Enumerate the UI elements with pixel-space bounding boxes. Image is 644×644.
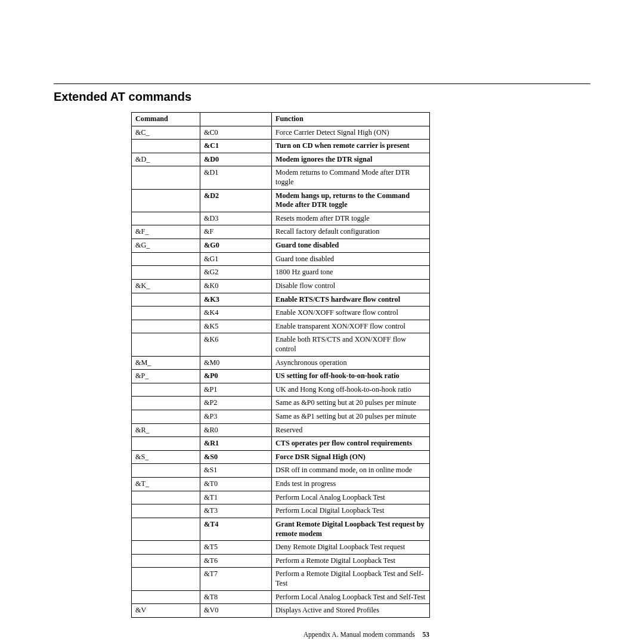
cell-command-group (132, 464, 200, 478)
cell-command: &S1 (200, 464, 272, 478)
table-row: &D_&D0Modem ignores the DTR signal (132, 153, 430, 166)
cell-command: &T6 (200, 554, 272, 568)
cell-command: &K4 (200, 306, 272, 320)
table-row: &T8Perform Local Analog Loopback Test an… (132, 590, 430, 604)
page: Extended AT commands Command Function &C… (0, 0, 644, 644)
table-row: &T5Deny Remote Digital Loopback Test req… (132, 541, 430, 555)
cell-command: &D2 (200, 189, 272, 212)
cell-command-group (132, 293, 200, 306)
cell-function: DSR off in command mode, on in online mo… (272, 464, 430, 478)
page-number: 53 (423, 631, 430, 638)
cell-function: Perform Local Analog Loopback Test and S… (272, 590, 430, 604)
cell-function: Force Carrier Detect Signal High (ON) (272, 126, 430, 140)
table-row: &K5Enable transparent XON/XOFF flow cont… (132, 320, 430, 333)
cell-command: &P0 (200, 370, 272, 383)
table-row: &P1UK and Hong Kong off-hook-to-on-hook … (132, 383, 430, 397)
table-row: &R1CTS operates per flow control require… (132, 437, 430, 451)
table-row: &T4Grant Remote Digital Loopback Test re… (132, 518, 430, 540)
cell-command-group: &S_ (132, 450, 200, 464)
cell-function: Enable XON/XOFF software flow control (272, 306, 430, 320)
cell-command-group: &D_ (132, 153, 200, 166)
cell-command-group: &T_ (132, 478, 200, 491)
cell-command: &T3 (200, 504, 272, 518)
table-row: &M_&M0Asynchronous operation (132, 356, 430, 370)
cell-command: &K3 (200, 293, 272, 306)
cell-command-group (132, 306, 200, 320)
cell-command: &F (200, 225, 272, 239)
cell-command: &D3 (200, 212, 272, 225)
cell-command: &C1 (200, 140, 272, 153)
cell-command-group (132, 504, 200, 518)
table-row: &F_&FRecall factory default configuratio… (132, 225, 430, 239)
rule-top (54, 83, 590, 84)
cell-command: &T8 (200, 590, 272, 604)
cell-command-group: &V (132, 604, 200, 618)
cell-command-group: &G_ (132, 239, 200, 253)
header-function: Function (272, 113, 430, 126)
cell-function: Asynchronous operation (272, 356, 430, 370)
cell-command-group (132, 410, 200, 424)
cell-function: Guard tone disabled (272, 239, 430, 253)
table-row: &K6Enable both RTS/CTS and XON/XOFF flow… (132, 333, 430, 356)
cell-command-group: &M_ (132, 356, 200, 370)
cell-function: Perform a Remote Digital Loopback Test (272, 554, 430, 568)
cell-command-group: &C_ (132, 126, 200, 140)
table-row: &P2Same as &P0 setting but at 20 pulses … (132, 397, 430, 410)
cell-command-group (132, 568, 200, 590)
cell-function: CTS operates per flow control requiremen… (272, 437, 430, 451)
cell-function: Reserved (272, 423, 430, 437)
section-title: Extended AT commands (54, 90, 590, 104)
cell-function: UK and Hong Kong off-hook-to-on-hook rat… (272, 383, 430, 397)
cell-function: Modem ignores the DTR signal (272, 153, 430, 166)
cell-function: Enable both RTS/CTS and XON/XOFF flow co… (272, 333, 430, 356)
cell-command-group (132, 333, 200, 356)
cell-command: &K5 (200, 320, 272, 333)
cell-function: Deny Remote Digital Loopback Test reques… (272, 541, 430, 555)
cell-command-group (132, 541, 200, 555)
cell-command-group (132, 252, 200, 266)
cell-command-group: &F_ (132, 225, 200, 239)
table-row: &G21800 Hz guard tone (132, 266, 430, 280)
cell-function: Ends test in progress (272, 478, 430, 491)
cell-function: 1800 Hz guard tone (272, 266, 430, 280)
table-row: &R_&R0Reserved (132, 423, 430, 437)
cell-command: &P1 (200, 383, 272, 397)
table-row: &G_&G0Guard tone disabled (132, 239, 430, 253)
footer-text: Appendix A. Manual modem commands (304, 631, 415, 638)
cell-command: &T1 (200, 491, 272, 504)
header-command: Command (132, 113, 200, 126)
cell-command: &T0 (200, 478, 272, 491)
cell-command: &P2 (200, 397, 272, 410)
cell-function: Same as &P0 setting but at 20 pulses per… (272, 397, 430, 410)
cell-function: Grant Remote Digital Loopback Test reque… (272, 518, 430, 540)
table-row: &D2Modem hangs up, returns to the Comman… (132, 189, 430, 212)
table-row: &S1DSR off in command mode, on in online… (132, 464, 430, 478)
cell-function: Perform Local Analog Loopback Test (272, 491, 430, 504)
cell-function: Modem returns to Command Mode after DTR … (272, 166, 430, 189)
cell-function: Enable RTS/CTS hardware flow control (272, 293, 430, 306)
table-row: &P3Same as &P1 setting but at 20 pulses … (132, 410, 430, 424)
commands-table: Command Function &C_&C0Force Carrier Det… (131, 112, 430, 618)
table-row: &D1Modem returns to Command Mode after D… (132, 166, 430, 189)
table-row: &K4Enable XON/XOFF software flow control (132, 306, 430, 320)
cell-command: &P3 (200, 410, 272, 424)
cell-command-group (132, 518, 200, 540)
table-row: &T1Perform Local Analog Loopback Test (132, 491, 430, 504)
cell-command: &K6 (200, 333, 272, 356)
cell-command-group: &K_ (132, 279, 200, 293)
cell-command: &G0 (200, 239, 272, 253)
cell-command-group (132, 212, 200, 225)
cell-function: Turn on CD when remote carrier is presen… (272, 140, 430, 153)
table-row: &T7Perform a Remote Digital Loopback Tes… (132, 568, 430, 590)
cell-command: &G1 (200, 252, 272, 266)
cell-command-group (132, 189, 200, 212)
cell-command-group: &P_ (132, 370, 200, 383)
cell-function: Perform a Remote Digital Loopback Test a… (272, 568, 430, 590)
table-row: &C1Turn on CD when remote carrier is pre… (132, 140, 430, 153)
cell-command-group (132, 266, 200, 280)
cell-command-group (132, 383, 200, 397)
cell-command: &T7 (200, 568, 272, 590)
cell-command-group (132, 397, 200, 410)
cell-command-group (132, 166, 200, 189)
cell-command-group (132, 554, 200, 568)
